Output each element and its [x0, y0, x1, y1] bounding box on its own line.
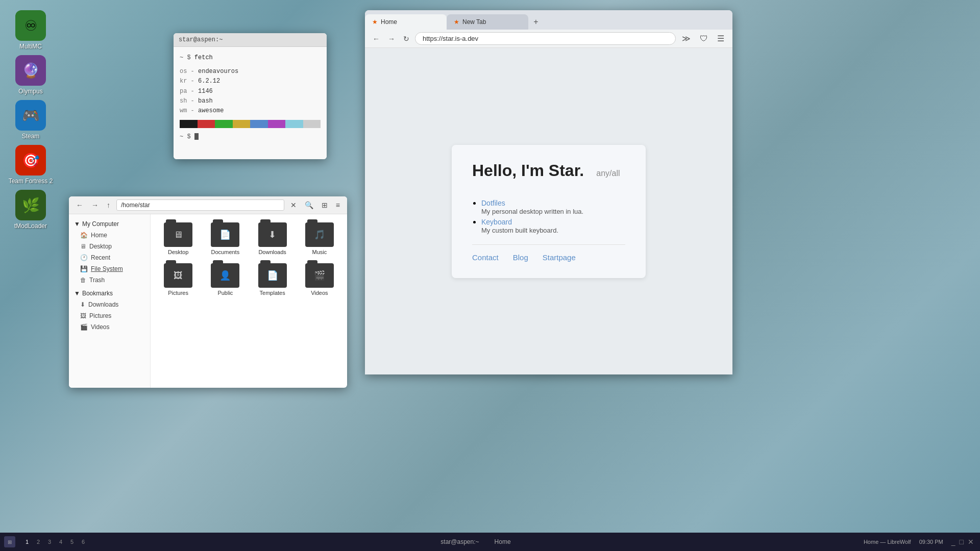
fm-bookmarks-arrow: ▼	[74, 290, 80, 297]
fm-delete-button[interactable]: ✕	[288, 200, 299, 210]
workspace-1[interactable]: 1	[22, 537, 32, 546]
browser-hamburger-button[interactable]: ☰	[714, 32, 727, 45]
folder-public[interactable]: 👤 Public	[206, 263, 244, 296]
site-link-keyboard: Keyboard My custom built keyboard.	[481, 217, 625, 234]
browser-url-bar[interactable]	[415, 32, 676, 45]
folder-desktop-label: Desktop	[168, 249, 188, 255]
fm-search-button[interactable]: 🔍	[303, 200, 315, 210]
taskbar-window-controls: _ □ ✕	[951, 538, 974, 546]
browser-shield-button[interactable]: 🛡	[697, 33, 711, 45]
contact-link[interactable]: Contact	[472, 253, 499, 262]
fm-sidebar-filesystem[interactable]: 💾 File System	[69, 263, 150, 274]
folder-templates[interactable]: 📄 Templates	[253, 263, 292, 296]
fm-sidebar-trash[interactable]: 🗑 Trash	[69, 274, 150, 286]
trash-icon: 🗑	[80, 277, 86, 284]
fm-grid-view-button[interactable]: ⊞	[320, 200, 330, 210]
multimc-icon: ♾	[15, 10, 46, 41]
tmod-icon: 🌿	[15, 190, 46, 220]
fm-path-bar[interactable]: /home/star	[116, 199, 284, 211]
fm-forward-button[interactable]: →	[89, 200, 101, 210]
browser-toolbar: ← → ↻ ≫ 🛡 ☰	[365, 30, 732, 48]
fm-body: ▼ My Computer 🏠 Home 🖥 Desktop 🕐 Recent …	[69, 214, 347, 388]
browser-tab-home[interactable]: ★ Home	[365, 14, 447, 30]
folder-templates-label: Templates	[260, 290, 285, 296]
home-icon: 🏠	[80, 232, 88, 239]
steam-label: Steam	[22, 133, 40, 140]
browser-tab-newtab[interactable]: ★ New Tab	[447, 14, 528, 30]
keyboard-desc: My custom built keyboard.	[481, 227, 625, 234]
folder-pictures[interactable]: 🖼 Pictures	[159, 263, 198, 296]
browser-back-button[interactable]: ←	[370, 33, 382, 44]
workspace-5[interactable]: 5	[67, 537, 77, 546]
folder-public-label: Public	[217, 290, 233, 296]
fm-mycomputer-heading[interactable]: ▼ My Computer	[69, 218, 150, 230]
desktop-icon-tf2[interactable]: 🎯 Team Fortress 2	[5, 145, 56, 185]
fm-sidebar-recent[interactable]: 🕐 Recent	[69, 252, 150, 263]
taskbar-terminal-item[interactable]: star@aspen:~	[440, 538, 479, 545]
folder-desktop[interactable]: 🖥 Desktop	[159, 222, 198, 255]
desktop-icon-tmod[interactable]: 🌿 tModLoader	[5, 190, 56, 230]
terminal-titlebar: star@aspen:~	[174, 33, 327, 47]
folder-music[interactable]: 🎵 Music	[300, 222, 339, 255]
workspace-2[interactable]: 2	[34, 537, 43, 546]
filesystem-icon: 💾	[80, 265, 88, 272]
workspace-4[interactable]: 4	[56, 537, 65, 546]
fm-sidebar-videos[interactable]: 🎬 Videos	[69, 321, 150, 333]
videos-icon: 🎬	[80, 323, 88, 331]
terminal-wm-line: wm - awesome	[180, 106, 321, 116]
browser-extensions-button[interactable]: ≫	[679, 32, 694, 45]
browser-forward-button[interactable]: →	[385, 33, 398, 44]
taskbar: ⊞ 1 2 3 4 5 6 star@aspen:~ Home Home — L…	[0, 533, 980, 551]
fm-bookmarks-heading[interactable]: ▼ Bookmarks	[69, 288, 150, 299]
browser-refresh-button[interactable]: ↻	[401, 33, 412, 44]
fm-back-button[interactable]: ←	[74, 200, 85, 210]
site-link-dotfiles: Dotfiles My personal desktop written in …	[481, 198, 625, 215]
fm-sidebar-home[interactable]: 🏠 Home	[69, 230, 150, 241]
fm-sidebar-pictures[interactable]: 🖼 Pictures	[69, 310, 150, 321]
workspace-3[interactable]: 3	[45, 537, 54, 546]
taskbar-apps-button[interactable]: ⊞	[4, 536, 15, 547]
workspace-6[interactable]: 6	[79, 537, 88, 546]
site-nav: Contact Blog Startpage	[472, 244, 625, 262]
fm-toolbar: ← → ↑ /home/star ✕ 🔍 ⊞ ≡	[69, 196, 347, 214]
pictures-icon: 🖼	[80, 312, 86, 319]
desktop-icon-multimc[interactable]: ♾ MultiMC	[5, 10, 56, 50]
taskbar-workspaces: 1 2 3 4 5 6	[22, 537, 88, 546]
fm-sidebar-desktop[interactable]: 🖥 Desktop	[69, 241, 150, 252]
terminal-fetch-cmd: fetch	[194, 54, 213, 61]
maximize-button[interactable]: □	[960, 538, 964, 546]
desktop-icon-steam[interactable]: 🎮 Steam	[5, 100, 56, 140]
folder-downloads-label: Downloads	[258, 249, 286, 255]
fm-up-button[interactable]: ↑	[105, 200, 112, 210]
terminal-color-bar	[180, 120, 321, 128]
desktop-icon-sm: 🖥	[80, 243, 86, 250]
blog-link[interactable]: Blog	[513, 253, 528, 262]
olympus-icon: 🔮	[15, 55, 46, 86]
browser-tabs: ★ Home ★ New Tab +	[365, 10, 732, 30]
keyboard-link[interactable]: Keyboard	[481, 218, 512, 226]
close-button[interactable]: ✕	[968, 538, 974, 546]
folder-music-label: Music	[312, 249, 327, 255]
recent-icon: 🕐	[80, 254, 88, 261]
minimize-button[interactable]: _	[951, 538, 955, 546]
browser-content: Hello, I'm Star. any/all Dotfiles My per…	[365, 48, 732, 374]
fm-list-view-button[interactable]: ≡	[334, 200, 342, 210]
terminal-pa-line: pa - 1146	[180, 87, 321, 96]
tf2-icon: 🎯	[15, 145, 46, 176]
folder-documents-label: Documents	[211, 249, 240, 255]
fm-bookmarks-label: Bookmarks	[82, 290, 113, 297]
terminal-body[interactable]: ~ $ fetch os - endeavouros kr - 6.2.12 p…	[174, 47, 327, 159]
fm-mycomputer-label: My Computer	[82, 220, 119, 228]
folder-videos-icon: 🎬	[305, 263, 334, 288]
dotfiles-link[interactable]: Dotfiles	[481, 199, 505, 207]
startpage-link[interactable]: Startpage	[543, 253, 576, 262]
folder-documents[interactable]: 📄 Documents	[206, 222, 244, 255]
desktop-icon-olympus[interactable]: 🔮 Olympus	[5, 55, 56, 95]
fm-sidebar-downloads[interactable]: ⬇ Downloads	[69, 299, 150, 310]
terminal-os-line: os - endeavouros	[180, 67, 321, 77]
browser-new-tab-button[interactable]: +	[528, 14, 544, 30]
folder-downloads[interactable]: ⬇ Downloads	[253, 222, 292, 255]
multimc-label: MultiMC	[19, 43, 42, 50]
folder-videos[interactable]: 🎬 Videos	[300, 263, 339, 296]
taskbar-browser-item[interactable]: Home	[495, 538, 511, 545]
